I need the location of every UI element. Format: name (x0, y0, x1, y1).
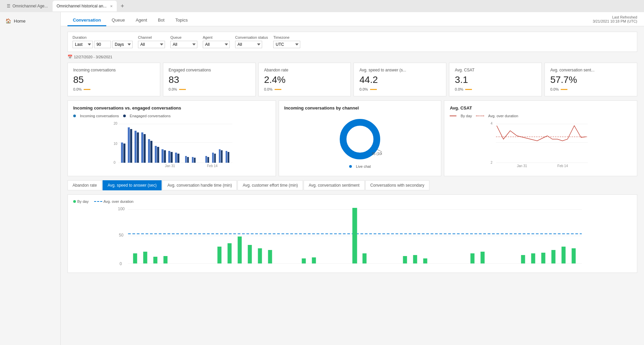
svg-rect-77 (531, 253, 535, 263)
donut-chart-legend: Live chat (284, 164, 436, 168)
filters-row: Duration Last Days Channel (67, 32, 637, 52)
kpi-csat-title: Avg. CSAT (455, 68, 536, 72)
donut-chart-card: Incoming conversations by channel 85 (10… (279, 100, 442, 176)
kpi-incoming-value: 85 (73, 74, 155, 85)
filter-conv-status-select[interactable]: All (235, 41, 262, 48)
svg-rect-12 (141, 132, 143, 163)
bottom-tab-handle[interactable]: Avg. conversation handle time (min) (162, 180, 237, 190)
kpi-abandon-change: 0.0% (264, 87, 345, 91)
browser-tab-2-label: Omnichannel historical an... (57, 4, 107, 8)
bottom-tab-speed[interactable]: Avg. speed to answer (sec) (103, 180, 162, 190)
close-tab-icon[interactable]: ✕ (110, 4, 113, 8)
kpi-engaged: Engaged conversations 83 0.0% (163, 63, 256, 96)
line-chart-legend: By day Avg. over duration (450, 114, 632, 118)
filter-agent-select[interactable]: All (203, 41, 230, 48)
filter-queue-select[interactable]: All (170, 41, 197, 48)
svg-text:85 (100%): 85 (100%) (372, 152, 382, 156)
line-chart-title: Avg. CSAT (450, 105, 632, 111)
bottom-chart-svg: 100 50 0 (73, 206, 632, 267)
browser-tab-2[interactable]: Omnichannel historical an... ✕ (53, 1, 117, 11)
last-refreshed: Last Refreshed 3/21/2021 10:18 PM (UTC) (593, 15, 637, 26)
sidebar-item-home-label: Home (14, 19, 26, 24)
bottom-tabs-row: Abandon rate Avg. speed to answer (sec) … (67, 180, 637, 190)
browser-tab-1[interactable]: ☰ Omnichannel Age... (3, 1, 52, 11)
svg-rect-62 (228, 243, 232, 263)
legend-avg-dotted (476, 116, 484, 116)
kpi-incoming-title: Incoming conversations (73, 68, 155, 72)
bottom-tab-effort[interactable]: Avg. customer effort time (min) (237, 180, 303, 190)
kpi-csat-value: 3.1 (455, 74, 536, 85)
kpi-csat-change: 0.0% (455, 87, 536, 91)
last-refreshed-value: 3/21/2021 10:18 PM (UTC) (593, 19, 637, 23)
svg-rect-70 (363, 253, 367, 263)
new-tab-button[interactable]: + (117, 1, 128, 11)
date-range-value: 12/27/2020 - 3/26/2021 (74, 55, 112, 59)
donut-chart-title: Incoming conversations by channel (284, 105, 436, 111)
legend-byday-line (450, 116, 456, 116)
svg-rect-14 (148, 139, 150, 163)
svg-rect-66 (268, 250, 272, 263)
kpi-row: Incoming conversations 85 0.0% Engaged c… (67, 63, 637, 96)
svg-rect-18 (162, 149, 164, 163)
filter-duration-unit-select[interactable]: Days (112, 41, 133, 48)
svg-rect-65 (258, 248, 262, 263)
bottom-chart-area: By day Avg. over duration 100 50 0 (67, 194, 637, 273)
svg-rect-72 (413, 255, 417, 263)
kpi-sentiment-title: Avg. conversation sent... (550, 68, 632, 72)
kpi-abandon-title: Abandon rate (264, 68, 345, 72)
legend-byday-label: By day (460, 114, 472, 118)
svg-rect-20 (168, 151, 170, 163)
filter-duration-number[interactable] (94, 41, 111, 48)
kpi-engaged-value: 83 (169, 74, 250, 85)
kpi-sentiment-change: 0.0% (550, 87, 632, 91)
svg-text:Feb 14: Feb 14 (207, 164, 218, 168)
filter-timezone-select[interactable]: UTC (273, 41, 300, 48)
bottom-tab-sentiment[interactable]: Avg. conversation sentiment (304, 180, 365, 190)
kpi-abandon-value: 2.4% (264, 74, 345, 85)
bar-chart-card: Incoming conversations vs. engaged conve… (67, 100, 276, 176)
nav-tabs: Conversation Queue Agent Bot Topics (67, 15, 193, 26)
svg-text:0: 0 (114, 161, 116, 164)
legend-avg-label: Avg. over duration (488, 114, 518, 118)
svg-rect-67 (302, 258, 306, 263)
tab-conversation[interactable]: Conversation (67, 15, 106, 26)
kpi-sentiment-value: 57.7% (550, 74, 632, 85)
bottom-tab-secondary[interactable]: Conversations with secondary (365, 180, 429, 190)
tab-topics[interactable]: Topics (170, 15, 193, 26)
svg-rect-74 (471, 253, 475, 263)
filter-queue-label: Queue (170, 35, 197, 39)
menu-icon: ☰ (7, 4, 10, 8)
content-area: Duration Last Days Channel (61, 26, 644, 345)
svg-text:50: 50 (119, 233, 124, 238)
kpi-engaged-change: 0.0% (169, 87, 250, 91)
svg-rect-26 (192, 157, 194, 163)
kpi-speed: Avg. speed to answer (s... 44.2 0.0% (354, 63, 446, 96)
legend-incoming-dot (73, 115, 76, 117)
svg-rect-75 (481, 252, 485, 263)
svg-rect-73 (423, 258, 427, 263)
filter-channel-label: Channel (138, 35, 165, 39)
tab-bot[interactable]: Bot (152, 15, 170, 26)
kpi-engaged-title: Engaged conversations (169, 68, 250, 72)
bottom-tab-abandon[interactable]: Abandon rate (67, 180, 102, 190)
svg-rect-59 (153, 257, 158, 263)
kpi-speed-value: 44.2 (359, 74, 441, 85)
svg-text:Jan 31: Jan 31 (517, 164, 527, 168)
svg-rect-19 (164, 150, 166, 163)
bar-chart-legend: Incoming conversations Enagaged conversa… (73, 114, 270, 118)
svg-rect-60 (164, 256, 168, 263)
svg-text:Feb 14: Feb 14 (558, 164, 568, 168)
filter-conv-status-label: Conversation status (235, 35, 268, 39)
filter-channel-select[interactable]: All (138, 41, 165, 48)
svg-rect-61 (218, 247, 222, 263)
svg-text:2: 2 (491, 161, 493, 164)
tab-queue[interactable]: Queue (106, 15, 130, 26)
kpi-sentiment: Avg. conversation sent... 57.7% 0.0% (544, 63, 637, 96)
svg-rect-80 (562, 247, 566, 263)
kpi-sentiment-bar (561, 89, 567, 90)
bar-chart-title: Incoming conversations vs. engaged conve… (73, 105, 270, 111)
filter-duration-select[interactable]: Last (73, 41, 93, 48)
tab-agent[interactable]: Agent (130, 15, 152, 26)
sidebar-item-home[interactable]: 🏠 Home (0, 15, 60, 27)
svg-text:10: 10 (114, 142, 118, 146)
